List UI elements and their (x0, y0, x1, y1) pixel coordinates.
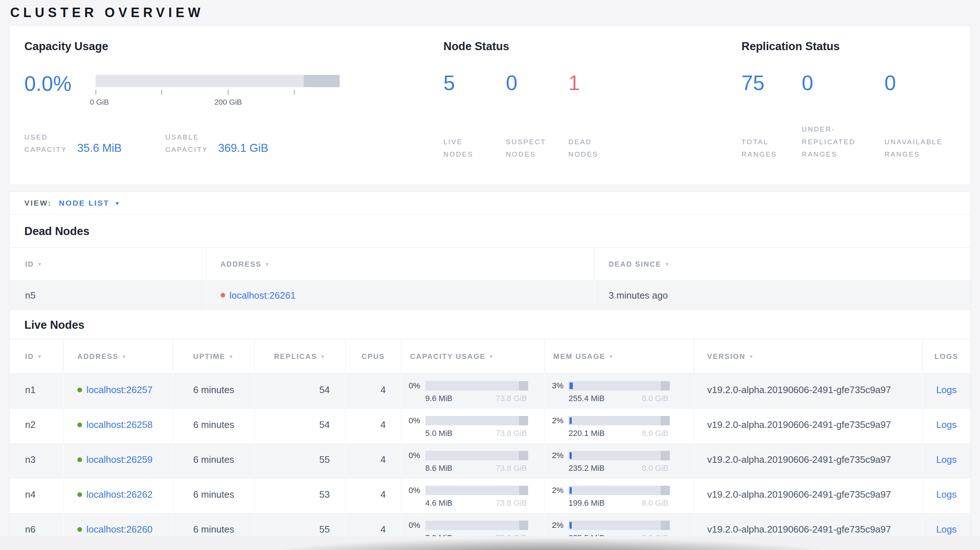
caret-down-icon: ▼ (115, 200, 121, 206)
live-status-dot-icon (77, 457, 82, 462)
replication-status-title: Replication Status (741, 39, 956, 54)
capacity-axis-ticks (95, 90, 340, 95)
node-replicas: 55 (319, 524, 330, 535)
node-uptime: 6 minutes (193, 489, 234, 500)
dead-node-address-link[interactable]: localhost:26261 (229, 289, 296, 301)
dead-status-dot-icon (221, 293, 225, 297)
usable-capacity-value: 369.1 GiB (218, 141, 269, 156)
node-uptime: 6 minutes (193, 524, 234, 535)
live-col-address[interactable]: ADDRESS ▼ (63, 339, 173, 374)
used-capacity-label: USED CAPACITY (24, 131, 67, 156)
view-dropdown[interactable]: NODE LIST ▼ (59, 199, 121, 207)
live-nodes-stat: 5 LIVE NODES (444, 72, 506, 161)
logs-link[interactable]: Logs (936, 524, 956, 535)
total-ranges-count: 75 (741, 72, 802, 94)
mem-mini-bar (568, 381, 670, 391)
node-address-link[interactable]: localhost:26260 (86, 523, 153, 535)
node-address-link[interactable]: localhost:26259 (86, 454, 153, 465)
dead-nodes-heading: Dead Nodes (24, 224, 970, 238)
mem-mini-bar (568, 451, 670, 460)
dead-col-dead-since[interactable]: DEAD SINCE ▼ (594, 248, 970, 280)
node-address-link[interactable]: localhost:26257 (86, 384, 153, 396)
live-nodes-header-row: ID ▼ ADDRESS ▼ UPTIME ▼ REPLICAS ▼ (10, 339, 970, 374)
node-id: n6 (25, 524, 36, 535)
mem-mini-bar (568, 521, 670, 530)
logs-link[interactable]: Logs (936, 489, 956, 500)
capacity-usage-section: Capacity Usage 0.0% 0 (24, 39, 444, 161)
other-capacity-segment (304, 75, 340, 87)
usable-capacity-stat: USABLE CAPACITY 369.1 GiB (165, 131, 268, 156)
live-col-uptime[interactable]: UPTIME ▼ (173, 339, 254, 374)
live-node-row: n4 localhost:26262 6 minutes 53 4 0% 4.6… (10, 478, 970, 513)
dead-nodes-stat: 1 DEAD NODES (568, 72, 631, 161)
page-title: CLUSTER OVERVIEW (10, 4, 970, 21)
live-node-row: n3 localhost:26259 6 minutes 55 4 0% 8.6… (10, 443, 970, 478)
used-capacity-stat: USED CAPACITY 35.6 MiB (24, 131, 122, 156)
unavailable-ranges-stat: 0 UNAVAILABLE RANGES (885, 72, 956, 161)
live-nodes-table: ID ▼ ADDRESS ▼ UPTIME ▼ REPLICAS ▼ (10, 339, 970, 548)
live-col-logs: LOGS (922, 339, 970, 374)
dead-since-value: 3 minutes ago (608, 289, 668, 301)
used-capacity-value: 35.6 MiB (77, 141, 122, 156)
node-replicas: 53 (319, 489, 330, 500)
live-nodes-count: 5 (444, 72, 506, 94)
dead-col-address[interactable]: ADDRESS ▼ (206, 248, 595, 280)
node-status-title: Node Status (444, 39, 741, 54)
logs-link[interactable]: Logs (936, 419, 956, 430)
under-replicated-ranges-stat: 0 UNDER- REPLICATED RANGES (802, 72, 885, 161)
dead-node-id: n5 (25, 289, 36, 301)
unavailable-ranges-count: 0 (885, 72, 956, 94)
view-bar: VIEW: NODE LIST ▼ (10, 192, 970, 215)
cluster-summary-card: Capacity Usage 0.0% 0 (10, 25, 970, 185)
capacity-used-percent: 0.0% (24, 73, 86, 94)
axis-label-0gib: 0 GiB (90, 98, 109, 107)
sort-desc-icon: ▼ (665, 262, 670, 267)
dead-col-id[interactable]: ID ▼ (10, 248, 206, 280)
logs-link[interactable]: Logs (936, 454, 956, 465)
under-replicated-label: UNDER- REPLICATED RANGES (802, 123, 885, 161)
node-version: v19.2.0-alpha.20190606-2491-gfe735c9a97 (707, 489, 891, 500)
node-uptime: 6 minutes (193, 454, 234, 465)
live-nodes-label: LIVE NODES (444, 136, 506, 161)
mem-usage-cell: 3% 255.4 MiB8.0 GiB (544, 374, 694, 409)
node-cpus: 4 (380, 384, 385, 395)
node-address-link[interactable]: localhost:26262 (86, 489, 153, 500)
view-label: VIEW: (24, 199, 52, 207)
live-col-replicas[interactable]: REPLICAS ▼ (254, 339, 345, 374)
live-status-dot-icon (77, 388, 82, 392)
live-col-version[interactable]: VERSION ▼ (694, 339, 922, 374)
live-nodes-heading: Live Nodes (24, 318, 970, 332)
viewport-bottom-shadow (0, 536, 980, 550)
live-col-id[interactable]: ID ▼ (10, 339, 63, 374)
node-version: v19.2.0-alpha.20190606-2491-gfe735c9a97 (707, 384, 891, 395)
suspect-nodes-stat: 0 SUSPECT NODES (506, 72, 568, 161)
node-replicas: 54 (319, 384, 330, 395)
capacity-mini-bar (425, 521, 528, 530)
live-node-row: n1 localhost:26257 6 minutes 54 4 0% 9.6… (10, 374, 970, 409)
live-col-capacity-usage[interactable]: CAPACITY USAGE ▼ (401, 339, 544, 374)
capacity-usage-title: Capacity Usage (24, 39, 444, 54)
total-ranges-label: TOTAL RANGES (741, 136, 802, 161)
live-col-cpus: CPUS (345, 339, 401, 374)
live-status-dot-icon (77, 527, 82, 532)
sort-desc-icon: ▼ (37, 262, 43, 267)
capacity-usage-cell: 0% 9.6 MiB73.8 GiB (401, 374, 544, 409)
node-cpus: 4 (380, 419, 385, 430)
node-version: v19.2.0-alpha.20190606-2491-gfe735c9a97 (707, 524, 891, 535)
node-address-link[interactable]: localhost:26258 (86, 419, 153, 431)
dead-nodes-header-row: ID ▼ ADDRESS ▼ DEAD SINCE ▼ (10, 247, 970, 281)
total-ranges-stat: 75 TOTAL RANGES (741, 72, 802, 161)
cluster-overview-page: CLUSTER OVERVIEW Capacity Usage 0.0% (0, 0, 980, 550)
sort-desc-icon: ▼ (265, 262, 270, 267)
dead-nodes-label: DEAD NODES (568, 136, 631, 161)
live-col-mem-usage[interactable]: MEM USAGE ▼ (544, 339, 694, 374)
node-cpus: 4 (380, 489, 385, 500)
node-cpus: 4 (380, 454, 385, 465)
node-replicas: 54 (319, 419, 330, 430)
logs-link[interactable]: Logs (936, 384, 956, 395)
node-id: n4 (25, 489, 36, 500)
node-id: n2 (25, 419, 36, 430)
node-replicas: 55 (319, 454, 330, 465)
node-status-section: Node Status 5 LIVE NODES 0 SUSPECT NODES… (444, 39, 741, 161)
sort-desc-icon: ▼ (320, 354, 326, 359)
